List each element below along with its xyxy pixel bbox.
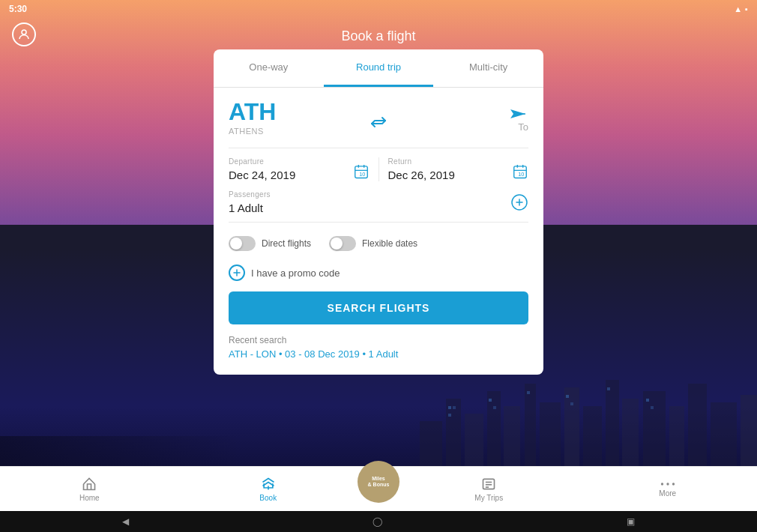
nav-more[interactable]: More bbox=[579, 481, 758, 498]
flexible-dates-label: Flexible dates bbox=[362, 238, 417, 249]
book-nav-label: Book bbox=[259, 494, 277, 502]
promo-add-button[interactable] bbox=[229, 265, 245, 281]
date-separator bbox=[378, 157, 379, 181]
miles-bonus-label: Miles& Bonus bbox=[368, 476, 390, 487]
nav-miles-bonus[interactable]: Miles& Bonus bbox=[358, 476, 399, 503]
svg-rect-20 bbox=[493, 406, 496, 409]
svg-point-49 bbox=[672, 483, 675, 485]
status-bar: 5:30 ▲ ▪ bbox=[0, 0, 757, 18]
promo-row[interactable]: I have a promo code bbox=[229, 265, 528, 281]
tab-one-way[interactable]: One-way bbox=[214, 49, 324, 87]
recent-search-value[interactable]: ATH - LON • 03 - 08 Dec 2019 • 1 Adult bbox=[229, 348, 528, 360]
to-label: To bbox=[398, 121, 528, 133]
android-nav: ◀ ◯ ▣ bbox=[0, 511, 757, 532]
svg-point-48 bbox=[666, 483, 669, 485]
departure-calendar-icon: 10 bbox=[353, 163, 370, 180]
plane-icon-button[interactable] bbox=[398, 106, 528, 121]
from-airport-name: ATHENS bbox=[229, 127, 359, 136]
wifi-icon: ▲ bbox=[734, 4, 742, 13]
android-home-button[interactable]: ◯ bbox=[373, 516, 382, 527]
svg-rect-21 bbox=[527, 391, 530, 394]
status-time: 5:30 bbox=[9, 4, 27, 14]
return-value: Dec 26, 2019 bbox=[388, 169, 529, 181]
my-trips-icon bbox=[481, 477, 496, 492]
home-nav-label: Home bbox=[79, 494, 100, 502]
passengers-value: 1 Adult bbox=[229, 202, 528, 214]
tab-multi-city[interactable]: Multi-city bbox=[433, 49, 543, 87]
svg-text:10: 10 bbox=[518, 171, 524, 178]
tabs-container: One-way Round trip Multi-city bbox=[214, 49, 543, 88]
svg-rect-22 bbox=[566, 395, 569, 398]
tab-round-trip[interactable]: Round trip bbox=[324, 49, 434, 87]
return-label: Return bbox=[388, 157, 529, 166]
date-row: Departure Dec 24, 2019 10 Return Dec 26,… bbox=[229, 157, 528, 181]
add-passenger-icon bbox=[510, 193, 528, 211]
departure-calendar-button[interactable]: 10 bbox=[353, 163, 370, 183]
svg-rect-17 bbox=[453, 406, 456, 409]
flexible-dates-toggle[interactable] bbox=[329, 236, 356, 251]
direct-flights-label: Direct flights bbox=[262, 238, 311, 249]
direct-flights-toggle-item[interactable]: Direct flights bbox=[229, 236, 311, 251]
departure-value: Dec 24, 2019 bbox=[229, 169, 370, 181]
svg-rect-18 bbox=[448, 414, 451, 417]
miles-bonus-button[interactable]: Miles& Bonus bbox=[358, 461, 399, 503]
add-passenger-button[interactable] bbox=[510, 193, 528, 214]
svg-rect-26 bbox=[651, 406, 654, 409]
card-body: ATH ATHENS To bbox=[214, 88, 543, 324]
return-calendar-button[interactable]: 10 bbox=[512, 163, 528, 183]
book-plane-icon bbox=[261, 477, 276, 492]
nav-book[interactable]: Book bbox=[179, 477, 358, 502]
more-dots-icon bbox=[660, 481, 675, 487]
svg-rect-24 bbox=[607, 387, 610, 390]
svg-rect-19 bbox=[489, 399, 492, 402]
bottom-nav: Home Book Miles& Bonus My Trips More bbox=[0, 466, 757, 511]
svg-text:10: 10 bbox=[359, 171, 365, 178]
recent-search-section: Recent search ATH - LON • 03 - 08 Dec 20… bbox=[214, 324, 543, 360]
svg-rect-23 bbox=[570, 402, 573, 405]
recent-search-title: Recent search bbox=[229, 335, 528, 345]
toggles-row: Direct flights Flexible dates bbox=[229, 233, 528, 254]
svg-rect-25 bbox=[646, 399, 649, 402]
my-trips-nav-label: My Trips bbox=[474, 494, 503, 502]
departure-label: Departure bbox=[229, 157, 370, 166]
departure-field[interactable]: Departure Dec 24, 2019 10 bbox=[229, 157, 370, 181]
plane-icon bbox=[509, 106, 528, 121]
from-airport-code[interactable]: ATH bbox=[229, 100, 359, 124]
promo-label: I have a promo code bbox=[251, 267, 340, 279]
more-nav-label: More bbox=[659, 489, 676, 498]
route-row: ATH ATHENS To bbox=[229, 100, 528, 136]
svg-point-47 bbox=[661, 483, 663, 485]
page-title: Book a flight bbox=[0, 28, 757, 44]
swap-icon bbox=[370, 113, 387, 131]
swap-button[interactable] bbox=[365, 109, 392, 136]
battery-icon: ▪ bbox=[745, 4, 748, 13]
android-back-button[interactable]: ◀ bbox=[122, 516, 129, 527]
nav-home[interactable]: Home bbox=[0, 477, 179, 502]
from-section: ATH ATHENS bbox=[229, 100, 359, 136]
status-icons: ▲ ▪ bbox=[734, 4, 748, 13]
separator-1 bbox=[229, 148, 528, 148]
passengers-label: Passengers bbox=[229, 190, 528, 199]
direct-flights-toggle[interactable] bbox=[229, 236, 256, 251]
to-section: To bbox=[398, 106, 528, 136]
flexible-dates-toggle-item[interactable]: Flexible dates bbox=[329, 236, 417, 251]
return-field[interactable]: Return Dec 26, 2019 10 bbox=[388, 157, 529, 181]
svg-rect-16 bbox=[448, 406, 451, 409]
booking-card: One-way Round trip Multi-city ATH ATHENS bbox=[214, 49, 543, 375]
return-calendar-icon: 10 bbox=[512, 163, 528, 180]
nav-my-trips[interactable]: My Trips bbox=[399, 477, 579, 502]
passengers-row: Passengers 1 Adult bbox=[229, 190, 528, 223]
promo-plus-icon bbox=[232, 268, 241, 277]
search-flights-button[interactable]: SEARCH FLIGHTS bbox=[229, 291, 528, 324]
home-icon bbox=[82, 477, 97, 492]
android-recent-button[interactable]: ▣ bbox=[627, 516, 635, 527]
